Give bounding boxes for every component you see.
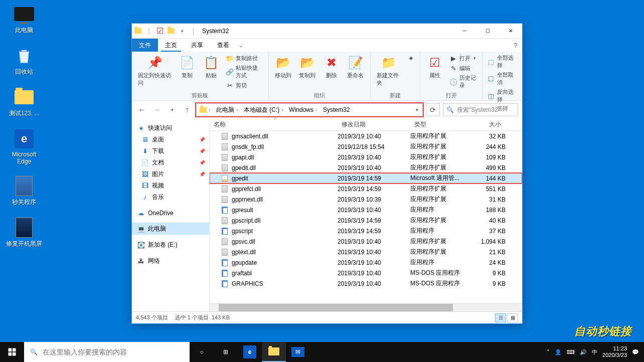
nav-item[interactable]: 🖼图片📌	[132, 168, 209, 180]
tray-people-icon[interactable]: 👤	[555, 349, 562, 355]
horizontal-scrollbar[interactable]	[210, 303, 522, 311]
taskbar-search[interactable]: 🔍	[24, 342, 190, 362]
nav-item[interactable]: 🎞视频	[132, 180, 209, 192]
tab-file[interactable]: 文件	[132, 39, 158, 52]
file-icon	[221, 248, 229, 256]
file-row[interactable]: gpresult2019/3/19 10:40应用程序188 KB	[210, 205, 522, 215]
close-button[interactable]: ✕	[499, 24, 522, 39]
tab-view[interactable]: 查看	[210, 39, 236, 52]
breadcrumb[interactable]: Windows›	[286, 104, 320, 116]
tray-ime-icon[interactable]: ⌨	[567, 349, 575, 355]
delete-button[interactable]: ✖删除	[321, 54, 342, 80]
nav-thispc[interactable]: 💻此电脑	[132, 223, 209, 235]
file-row[interactable]: gpedit.dll2019/3/19 10:40应用程序扩展499 KB	[210, 162, 522, 173]
newfolder-button[interactable]: 📁新建文件夹	[375, 54, 403, 88]
desktop-icon-app2[interactable]: 修复开机黑屏	[4, 218, 44, 248]
recent-dropdown[interactable]: ▾	[166, 104, 178, 116]
file-row[interactable]: gpscript2019/3/19 14:59应用程序37 KB	[210, 226, 522, 236]
select-none-button[interactable]: ☐全部取消	[487, 71, 518, 87]
titlebar[interactable]: | ☑ ▾ | System32 ─ ☐ ✕	[132, 24, 522, 39]
file-row[interactable]: gnsdk_fp.dll2019/12/18 15:54应用程序扩展244 KB	[210, 141, 522, 152]
desktop-icon-thispc[interactable]: 此电脑	[4, 4, 44, 35]
desktop-icon-edge[interactable]: e Microsoft Edge	[4, 129, 44, 165]
taskview-button[interactable]: ⊞	[214, 342, 238, 362]
taskbar-explorer[interactable]	[262, 342, 286, 362]
col-type[interactable]: 类型	[410, 120, 470, 129]
refresh-button[interactable]: ⟳	[426, 103, 440, 116]
edit-button[interactable]: ✎编辑	[448, 64, 478, 73]
back-button[interactable]: ←	[136, 104, 148, 116]
taskbar-search-input[interactable]	[43, 348, 184, 356]
window-title: System32	[202, 28, 453, 35]
tray-volume-icon[interactable]: 🔊	[580, 349, 587, 355]
copy-button[interactable]: 📄复制	[177, 54, 198, 80]
desktop-icon-app1[interactable]: 秒关程序	[4, 176, 44, 207]
breadcrumb[interactable]: 本地磁盘 (C:)›	[241, 104, 286, 116]
file-row[interactable]: gpprefcl.dll2019/3/19 14:59应用程序扩展551 KB	[210, 184, 522, 194]
moveto-button[interactable]: 📂移动到	[273, 54, 294, 80]
file-row[interactable]: gpupdate2019/3/19 10:40应用程序24 KB	[210, 257, 522, 268]
file-row[interactable]: GRAPHICS2019/3/19 10:40MS-DOS 应用程序9 KB	[210, 278, 522, 289]
file-row[interactable]: gptext.dll2019/3/19 10:40应用程序扩展21 KB	[210, 247, 522, 257]
minimize-button[interactable]: ─	[453, 24, 476, 39]
forward-button[interactable]: →	[151, 104, 163, 116]
file-row[interactable]: gmsaclient.dll2019/3/19 10:40应用程序扩展32 KB	[210, 131, 522, 141]
nav-onedrive[interactable]: ☁OneDrive	[132, 207, 209, 219]
nav-item[interactable]: 🖥桌面📌	[132, 134, 209, 145]
status-bar: 4,543 个项目 选中 1 个项目 143 KB ☰ ▦	[132, 311, 522, 323]
pin-quickaccess-button[interactable]: 📌固定到快速访问	[136, 54, 174, 88]
file-row[interactable]: gpapi.dll2019/3/19 10:40应用程序扩展109 KB	[210, 152, 522, 162]
addr-dropdown-icon[interactable]: ▾	[411, 107, 422, 112]
help-icon[interactable]: ?	[509, 39, 522, 52]
qat-dropdown-icon[interactable]: ▾	[178, 27, 186, 35]
view-large-button[interactable]: ▦	[507, 313, 518, 322]
tab-home[interactable]: 主页	[158, 39, 184, 52]
desktop-icon-folder[interactable]: 测试123. ...	[4, 87, 44, 118]
taskbar-edge[interactable]: e	[238, 342, 262, 362]
open-button[interactable]: ▶打开▾	[448, 54, 478, 63]
ribbon-expand-icon[interactable]: ⌄	[236, 39, 245, 52]
file-row[interactable]: gpsvc.dll2019/3/19 10:40应用程序扩展1,094 KB	[210, 236, 522, 247]
col-size[interactable]: 大小	[470, 120, 506, 129]
cut-button[interactable]: ✂剪切	[225, 81, 264, 90]
start-button[interactable]	[0, 342, 24, 362]
breadcrumb[interactable]: 此电脑›	[213, 104, 241, 116]
nav-network[interactable]: 🖧网络	[132, 255, 209, 267]
tray-chevron-icon[interactable]: ˄	[547, 349, 550, 355]
nav-quickaccess[interactable]: ★快速访问	[132, 122, 209, 134]
col-date[interactable]: 修改日期	[338, 120, 410, 129]
new-item-button[interactable]: ✦	[406, 54, 416, 63]
select-all-button[interactable]: ⬚全部选择	[487, 54, 518, 70]
paste-button[interactable]: 📋粘贴	[201, 54, 222, 80]
tab-share[interactable]: 共享	[184, 39, 210, 52]
tray-lang-icon[interactable]: 中	[592, 348, 597, 356]
address-bar[interactable]: › 此电脑› 本地磁盘 (C:)› Windows› System32 ▾	[196, 103, 423, 116]
rename-button[interactable]: 📝重命名	[345, 54, 366, 80]
nav-item[interactable]: 📄文档📌	[132, 157, 209, 168]
search-box[interactable]: 🔍 搜索"System32"	[443, 103, 518, 116]
file-row[interactable]: gpscript.dll2019/3/19 14:59应用程序扩展40 KB	[210, 215, 522, 226]
properties-button[interactable]: ☑属性	[424, 54, 445, 80]
paste-shortcut-button[interactable]: 🔗粘贴快捷方式	[225, 64, 264, 80]
qat-newfolder-icon[interactable]	[167, 27, 175, 35]
file-row[interactable]: gpedit2019/3/19 14:59Microsoft 通用管...144…	[210, 173, 522, 184]
tray-notifications-icon[interactable]: 💬	[632, 349, 639, 355]
copyto-button[interactable]: 📂复制到	[297, 54, 318, 80]
copy-path-button[interactable]: 📁复制路径	[225, 54, 264, 63]
nav-volume[interactable]: 💽新加卷 (E:)	[132, 239, 209, 251]
up-button[interactable]: ↑	[181, 104, 193, 116]
desktop-icon-recyclebin[interactable]: 回收站	[4, 46, 44, 76]
tray-clock[interactable]: 11:23 2020/3/23	[602, 345, 627, 358]
file-row[interactable]: gpprnext.dll2019/3/19 10:39应用程序扩展31 KB	[210, 194, 522, 205]
cortana-button[interactable]: ○	[190, 342, 214, 362]
qat-properties-icon[interactable]: ☑	[156, 27, 164, 35]
taskbar-mail[interactable]: ✉	[286, 342, 310, 362]
nav-item[interactable]: ⬇下载📌	[132, 145, 209, 157]
breadcrumb[interactable]: System32	[320, 104, 353, 116]
maximize-button[interactable]: ☐	[476, 24, 499, 39]
view-details-button[interactable]: ☰	[495, 313, 506, 322]
nav-item[interactable]: ♪音乐	[132, 192, 209, 203]
addr-root-icon[interactable]: ›	[197, 104, 213, 116]
file-row[interactable]: graftabl2019/3/19 10:40MS-DOS 应用程序9 KB	[210, 268, 522, 278]
history-button[interactable]: 🕓历史记录	[448, 74, 478, 90]
